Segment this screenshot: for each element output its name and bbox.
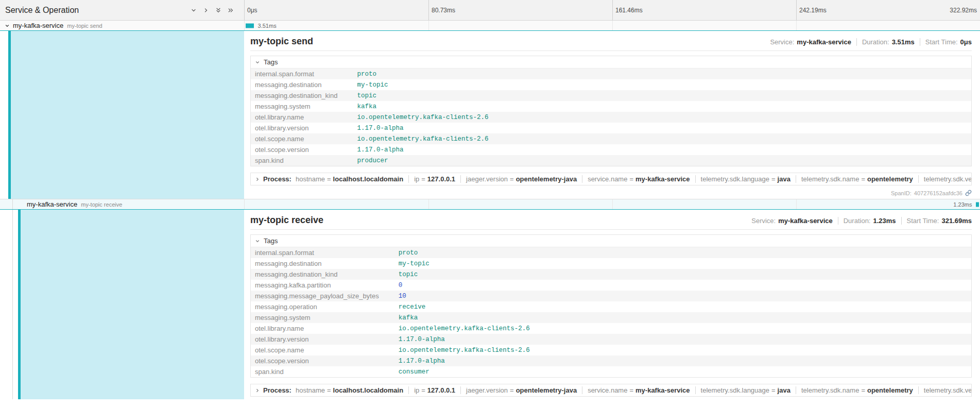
span-detail-title: my-topic send (250, 36, 313, 47)
chevron-down-icon (255, 60, 260, 65)
tag-row: span.kindconsumer (251, 366, 971, 377)
span-detail-receive: my-topic receive Service:my-kafka-servic… (0, 209, 980, 399)
selected-span-fill (21, 210, 244, 399)
process-attr: telemetry.sdk.version=1.17.0 (918, 386, 972, 394)
span-operation-name: my-topic receive (81, 201, 122, 208)
span-duration-label: 3.51ms (258, 23, 277, 29)
process-attr: telemetry.sdk.version=1.17.0 (918, 175, 972, 183)
tag-row: messaging.message_payload_size_bytes10 (251, 291, 971, 301)
span-detail-indent (0, 210, 244, 399)
service-operation-header: Service & Operation (0, 0, 244, 20)
span-id-row: SpanID: 407276152aafdc36 (250, 190, 972, 196)
process-attr: telemetry.sdk.language=java (695, 386, 790, 394)
tag-row: otel.library.version1.17.0-alpha (251, 123, 971, 133)
span-detail-title: my-topic receive (250, 215, 323, 226)
ruler-tick: 242.19ms (796, 0, 827, 20)
tag-row: messaging.destinationmy-topic (251, 79, 971, 90)
ruler-tick: 0μs (245, 0, 257, 20)
meta-duration: Duration:3.51ms (856, 38, 915, 46)
process-attr: telemetry.sdk.language=java (695, 175, 790, 183)
span-duration-bar[interactable] (976, 202, 979, 207)
tag-row: otel.library.version1.17.0-alpha (251, 334, 971, 345)
span-detail-meta: Service:my-kafka-service Duration:1.23ms… (751, 217, 972, 225)
tree-collapse-controls (191, 7, 234, 13)
process-attr: ip=127.0.0.1 (408, 386, 455, 394)
tag-row: messaging.systemkafka (251, 312, 971, 323)
span-row-receive[interactable]: my-kafka-service my-topic receive 1.23ms (0, 199, 980, 209)
span-detail-meta: Service:my-kafka-service Duration:3.51ms… (770, 38, 972, 46)
selected-span-fill (11, 31, 244, 199)
meta-duration: Duration:1.23ms (838, 217, 896, 225)
deep-link-icon[interactable] (965, 190, 972, 196)
span-duration-bar[interactable] (246, 23, 254, 28)
tag-row: messaging.operationreceive (251, 301, 971, 312)
tick-label: 322.92ms (950, 7, 977, 14)
grid-line (428, 199, 429, 209)
expand-one-chevron-right-icon[interactable] (203, 7, 209, 13)
span-bar-column[interactable]: 3.51ms (244, 21, 980, 30)
tag-row: otel.scope.version1.17.0-alpha (251, 355, 971, 366)
tag-row: otel.scope.version1.17.0-alpha (251, 144, 971, 155)
span-operation-name: my-topic send (67, 23, 102, 29)
tags-accordion-header[interactable]: Tags (251, 235, 971, 247)
span-bar-column[interactable]: 1.23ms (244, 199, 980, 209)
divider (250, 50, 972, 51)
tick-label: 0μs (247, 7, 257, 14)
span-name-column[interactable]: my-kafka-service my-topic receive (0, 199, 244, 209)
tag-row: span.kindproducer (251, 155, 971, 166)
grid-line (428, 21, 429, 30)
grid-line (612, 199, 613, 209)
tick-label: 242.19ms (799, 7, 827, 14)
tree-indent-guide (12, 199, 13, 209)
tags-label: Tags (264, 58, 278, 66)
grid-line (612, 21, 613, 30)
tags-accordion: Tags internal.span.formatproto messaging… (250, 234, 972, 378)
meta-service: Service:my-kafka-service (770, 38, 851, 46)
span-detail-header: my-topic receive Service:my-kafka-servic… (250, 215, 972, 226)
tick-label: 161.46ms (615, 7, 643, 14)
timeline-ruler[interactable]: 0μs 80.73ms 161.46ms 242.19ms 322.92ms (244, 0, 980, 20)
process-attr: hostname=localhost.localdomain (296, 175, 403, 183)
tag-row: messaging.systemkafka (251, 101, 971, 112)
meta-start-time: Start Time:321.69ms (901, 217, 972, 225)
process-attr: jaeger.version=opentelemetry-java (460, 386, 577, 394)
meta-service: Service:my-kafka-service (751, 217, 833, 225)
span-detail-header: my-topic send Service:my-kafka-service D… (250, 36, 972, 47)
tag-row: otel.scope.nameio.opentelemetry.kafka-cl… (251, 345, 971, 355)
grid-line (796, 199, 797, 209)
process-attr: telemetry.sdk.name=opentelemetry (796, 175, 913, 183)
chevron-right-icon (255, 388, 260, 393)
process-attr: ip=127.0.0.1 (408, 175, 455, 183)
tag-row: otel.library.nameio.opentelemetry.kafka-… (251, 323, 971, 334)
process-label: Process: (263, 175, 291, 183)
service-operation-title: Service & Operation (5, 6, 79, 15)
span-detail-card: my-topic send Service:my-kafka-service D… (244, 31, 980, 199)
tags-table: internal.span.formatproto messaging.dest… (251, 69, 971, 166)
tag-row: internal.span.formatproto (251, 69, 971, 79)
collapse-one-chevron-down-icon[interactable] (191, 7, 197, 13)
tag-row: messaging.destination_kindtopic (251, 90, 971, 101)
span-children-chevron-down-icon[interactable] (5, 23, 10, 28)
span-row-send[interactable]: my-kafka-service my-topic send 3.51ms (0, 21, 980, 30)
ruler-tick: 322.92ms (950, 0, 980, 20)
process-attr: hostname=localhost.localdomain (296, 386, 403, 394)
expand-all-double-chevron-right-icon[interactable] (228, 7, 234, 13)
tag-row: messaging.destination_kindtopic (251, 269, 971, 280)
span-name-column[interactable]: my-kafka-service my-topic send (0, 21, 244, 30)
tree-indent-guide (12, 210, 13, 399)
process-accordion-header[interactable]: Process: hostname=localhost.localdomain … (250, 384, 972, 397)
process-accordion-header[interactable]: Process: hostname=localhost.localdomain … (250, 173, 972, 185)
tags-accordion-header[interactable]: Tags (251, 56, 971, 69)
ruler-tick: 161.46ms (612, 0, 643, 20)
span-detail-indent (0, 31, 244, 199)
tag-row: otel.scope.nameio.opentelemetry.kafka-cl… (251, 133, 971, 144)
collapse-all-double-chevron-down-icon[interactable] (215, 7, 221, 13)
tag-row: messaging.kafka.partition0 (251, 280, 971, 291)
span-duration-label: 1.23ms (953, 201, 972, 208)
span-id-value: 407276152aafdc36 (914, 190, 962, 196)
chevron-down-icon (255, 239, 260, 244)
process-attr: telemetry.sdk.name=opentelemetry (796, 386, 913, 394)
tags-label: Tags (264, 237, 278, 245)
tag-row: internal.span.formatproto (251, 247, 971, 258)
divider (250, 229, 972, 230)
